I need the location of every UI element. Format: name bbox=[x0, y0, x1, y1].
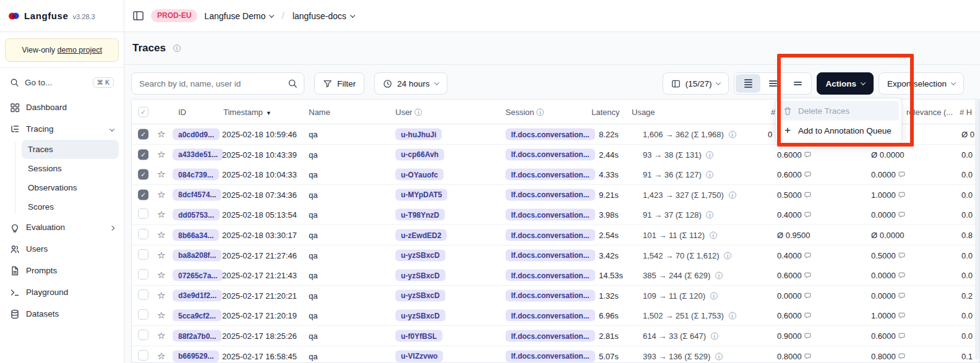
user-badge[interactable]: u-f0YfBSL bbox=[395, 330, 442, 342]
row-height-compact-button[interactable] bbox=[736, 74, 760, 93]
bookmark-star-icon[interactable]: ☆ bbox=[157, 189, 165, 200]
row-checkbox[interactable] bbox=[138, 350, 148, 361]
trace-id-badge[interactable]: d3e9d1f2... bbox=[173, 289, 222, 301]
row-checkbox[interactable] bbox=[138, 208, 148, 219]
table-row[interactable]: ☆dd05753...2025-02-18 05:13:54qau-T98Ynz… bbox=[132, 205, 979, 225]
trace-id-badge[interactable]: a433de51... bbox=[173, 148, 223, 160]
table-row[interactable]: ☆5cca9cf2...2025-02-17 21:20:19qau-yzSBx… bbox=[132, 305, 979, 326]
sidebar-item-sessions[interactable]: Sessions bbox=[22, 159, 119, 178]
table-row[interactable]: ☆07265c7a...2025-02-17 21:21:43qau-yzSBx… bbox=[132, 265, 979, 286]
row-checkbox[interactable] bbox=[138, 249, 148, 260]
sidebar-item-tracing[interactable]: Tracing bbox=[5, 118, 119, 140]
trace-id-badge[interactable]: 88f2a7b0... bbox=[173, 330, 221, 342]
trace-id-badge[interactable]: a0cd0d9... bbox=[173, 129, 220, 140]
session-badge[interactable]: lf.docs.conversation... bbox=[505, 289, 595, 301]
user-badge[interactable]: u-zEwdED2 bbox=[395, 229, 447, 241]
column-header-latency[interactable]: Latency bbox=[591, 107, 620, 116]
user-badge[interactable]: u-huJhuJi bbox=[395, 129, 442, 140]
session-badge[interactable]: lf.docs.conversation... bbox=[505, 129, 595, 140]
column-header-id[interactable]: ID bbox=[178, 107, 186, 116]
bookmark-star-icon[interactable]: ☆ bbox=[157, 169, 165, 180]
user-badge[interactable]: u-yzSBxcD bbox=[395, 289, 445, 301]
table-row[interactable]: ☆8b66a34...2025-02-18 03:30:17qau-zEwdED… bbox=[132, 225, 979, 246]
session-badge[interactable]: lf.docs.conversation... bbox=[505, 229, 595, 241]
user-badge[interactable]: u-yzSBxcD bbox=[395, 270, 445, 281]
sidebar-item-scores[interactable]: Scores bbox=[22, 197, 119, 216]
menu-item-add-to-annotation-queue[interactable]: + Add to Annotation Queue bbox=[778, 121, 899, 140]
session-badge[interactable]: lf.docs.conversation... bbox=[505, 350, 595, 362]
sidebar-item-datasets[interactable]: Datasets bbox=[5, 303, 119, 325]
user-badge[interactable]: u-cp66Avh bbox=[395, 148, 444, 160]
session-badge[interactable]: lf.docs.conversation... bbox=[505, 209, 595, 221]
time-range-button[interactable]: 24 hours bbox=[374, 72, 447, 95]
row-checkbox[interactable]: ✓ bbox=[138, 189, 148, 200]
row-checkbox[interactable]: ✓ bbox=[138, 149, 148, 160]
trace-id-badge[interactable]: 5cca9cf2... bbox=[173, 310, 221, 322]
trace-id-badge[interactable]: 8dcf4574... bbox=[173, 189, 221, 200]
column-header-relevance[interactable]: relevance (... bbox=[906, 107, 953, 116]
bookmark-star-icon[interactable]: ☆ bbox=[157, 351, 165, 362]
trace-id-badge[interactable]: ba8a208f... bbox=[173, 249, 221, 261]
row-checkbox[interactable] bbox=[138, 309, 148, 320]
trace-id-badge[interactable]: dd05753... bbox=[173, 209, 220, 221]
export-selection-button[interactable]: Export selection bbox=[879, 72, 964, 95]
vertical-scrollbar[interactable] bbox=[975, 100, 979, 359]
bookmark-star-icon[interactable]: ☆ bbox=[157, 290, 165, 301]
trace-id-badge[interactable]: b669529... bbox=[173, 350, 219, 362]
bookmark-star-icon[interactable]: ☆ bbox=[157, 149, 165, 160]
filter-button[interactable]: Filter bbox=[314, 72, 364, 95]
demo-project-link[interactable]: demo project bbox=[58, 46, 102, 54]
trace-id-badge[interactable]: 07265c7a... bbox=[173, 270, 223, 281]
row-checkbox[interactable]: ✓ bbox=[138, 129, 148, 140]
session-badge[interactable]: lf.docs.conversation... bbox=[505, 189, 595, 200]
sidebar-item-playground[interactable]: Playground bbox=[5, 281, 119, 303]
bookmark-star-icon[interactable]: ☆ bbox=[157, 250, 165, 261]
column-header-usage[interactable]: Usage bbox=[632, 107, 655, 116]
user-badge[interactable]: u-OYauofc bbox=[395, 169, 444, 181]
sidebar-item-traces[interactable]: Traces bbox=[22, 140, 119, 159]
session-badge[interactable]: lf.docs.conversation... bbox=[505, 330, 595, 342]
column-header-timestamp[interactable]: Timestamp▼ bbox=[223, 107, 272, 116]
bookmark-star-icon[interactable]: ☆ bbox=[157, 330, 165, 341]
user-badge[interactable]: u-yzSBxcD bbox=[395, 310, 445, 322]
session-badge[interactable]: lf.docs.conversation... bbox=[505, 169, 595, 181]
table-row[interactable]: ☆b669529...2025-02-17 16:58:45qau-VIZzvw… bbox=[132, 346, 979, 363]
sidebar-item-observations[interactable]: Observations bbox=[22, 178, 119, 197]
table-row[interactable]: ✓☆084c739...2025-02-18 10:04:33qau-OYauo… bbox=[132, 164, 979, 185]
user-badge[interactable]: u-T98YnzD bbox=[395, 209, 445, 221]
column-header-name[interactable]: Name bbox=[309, 107, 330, 116]
project-selector[interactable]: langfuse-docs bbox=[293, 11, 355, 21]
row-checkbox[interactable] bbox=[138, 269, 148, 280]
row-checkbox[interactable] bbox=[138, 330, 148, 340]
table-row[interactable]: ☆d3e9d1f2...2025-02-17 21:20:21qau-yzSBx… bbox=[132, 286, 979, 306]
bookmark-star-icon[interactable]: ☆ bbox=[157, 310, 165, 321]
row-height-medium-button[interactable] bbox=[760, 74, 785, 93]
trace-id-badge[interactable]: 084c739... bbox=[173, 169, 219, 181]
session-badge[interactable]: lf.docs.conversation... bbox=[505, 148, 595, 160]
column-header-user[interactable]: Useri bbox=[395, 107, 422, 116]
table-row[interactable]: ☆88f2a7b0...2025-02-17 18:25:26qau-f0YfB… bbox=[132, 326, 979, 346]
bookmark-star-icon[interactable]: ☆ bbox=[157, 209, 165, 220]
sidebar-item-dashboard[interactable]: Dashboard bbox=[5, 96, 119, 118]
sidebar-item-evaluation[interactable]: Evaluation bbox=[5, 216, 119, 238]
table-row[interactable]: ✓☆8dcf4574...2025-02-18 07:34:36qau-MYpD… bbox=[132, 185, 979, 205]
row-checkbox[interactable]: ✓ bbox=[138, 169, 148, 180]
sidebar-toggle-icon[interactable] bbox=[132, 10, 144, 22]
column-header-session[interactable]: Sessioni bbox=[505, 107, 544, 116]
user-badge[interactable]: u-VIZzvwo bbox=[395, 350, 443, 362]
trace-id-badge[interactable]: 8b66a34... bbox=[173, 229, 219, 241]
row-checkbox[interactable] bbox=[138, 229, 148, 239]
bookmark-star-icon[interactable]: ☆ bbox=[157, 229, 165, 241]
bookmark-star-icon[interactable]: ☆ bbox=[157, 270, 165, 281]
table-row[interactable]: ☆ba8a208f...2025-02-17 21:27:46qau-yzSBx… bbox=[132, 246, 979, 266]
row-height-tall-button[interactable] bbox=[785, 74, 810, 93]
search-input[interactable] bbox=[139, 79, 288, 88]
session-badge[interactable]: lf.docs.conversation... bbox=[505, 310, 595, 322]
goto-search[interactable]: Go to... ⌘ K bbox=[5, 74, 119, 92]
session-badge[interactable]: lf.docs.conversation... bbox=[505, 249, 595, 261]
org-selector[interactable]: Langfuse Demo bbox=[204, 11, 273, 21]
actions-button[interactable]: Actions bbox=[817, 72, 874, 95]
bookmark-star-icon[interactable]: ☆ bbox=[157, 129, 165, 140]
sidebar-item-prompts[interactable]: Prompts bbox=[5, 260, 119, 281]
session-badge[interactable]: lf.docs.conversation... bbox=[505, 270, 595, 281]
